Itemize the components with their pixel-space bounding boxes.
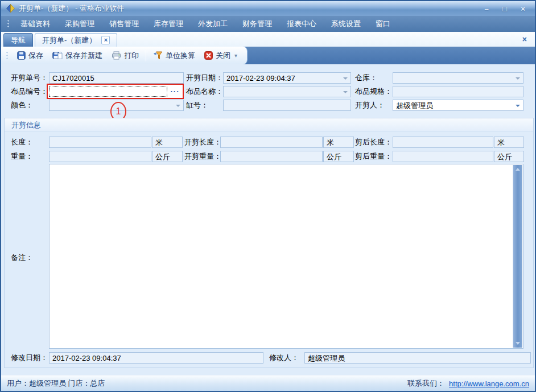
tab-strip: 导航 开剪单-（新建） × ×: [1, 32, 535, 47]
menu-item-window[interactable]: 窗口: [368, 16, 398, 32]
modify-date-label: 修改日期：: [11, 352, 48, 364]
toolbar: 保存 保存并新建 打印: [1, 47, 248, 64]
form-area: 开剪单号： CJ17020015 开剪日期： 2017-02-23 09:04:…: [1, 64, 535, 376]
status-bar: 用户：超级管理员 门店：总店 联系我们： http://www.lange.co…: [1, 376, 535, 391]
warehouse-label: 仓库：: [355, 72, 377, 84]
chevron-down-icon[interactable]: ▾: [234, 52, 237, 59]
cut-weight-label: 开剪重量：: [184, 151, 221, 162]
vertical-scrollbar[interactable]: [513, 165, 522, 348]
print-icon: [112, 51, 121, 60]
close-form-button[interactable]: 关闭 ▾: [200, 49, 241, 63]
vat-no-field[interactable]: [223, 100, 351, 111]
save-and-new-button[interactable]: 保存并新建: [48, 49, 106, 63]
cut-date-field[interactable]: 2017-02-23 09:04:37: [223, 72, 351, 84]
menu-item-reports[interactable]: 报表中心: [279, 16, 324, 32]
toolbar-row: 保存 保存并新建 打印: [1, 47, 535, 64]
contact-link[interactable]: http://www.lange.com.cn: [449, 379, 529, 388]
menu-item-finance[interactable]: 财务管理: [235, 16, 279, 32]
menu-item-base-data[interactable]: 基础资料: [13, 16, 57, 32]
fabric-spec-label: 布品规格：: [355, 86, 392, 97]
toolbar-grip-icon: [6, 51, 9, 60]
fabric-name-label: 布品名称：: [186, 86, 223, 97]
after-length-unit: 米: [494, 137, 524, 148]
menu-item-inventory[interactable]: 库存管理: [146, 16, 191, 32]
after-length-field[interactable]: [393, 137, 493, 148]
unit-convert-icon: [153, 51, 163, 60]
close-form-label: 关闭: [216, 51, 230, 61]
menu-item-purchase[interactable]: 采购管理: [57, 16, 102, 32]
minimize-button[interactable]: –: [479, 5, 494, 13]
tab-label: 开剪单-（新建）: [42, 35, 96, 46]
after-length-label: 剪后长度：: [355, 137, 392, 148]
scroll-up-icon[interactable]: [516, 168, 520, 171]
status-user-store: 用户：超级管理员 门店：总店: [7, 378, 105, 389]
length-label: 长度：: [11, 137, 33, 148]
after-weight-label: 剪后重量：: [355, 151, 392, 162]
cut-length-field[interactable]: [220, 137, 323, 148]
fabric-no-field-highlighted[interactable]: ···: [47, 84, 184, 99]
cutter-field[interactable]: 超级管理员: [393, 100, 523, 111]
chevron-down-icon[interactable]: [343, 77, 348, 80]
fabric-name-field[interactable]: [223, 86, 351, 97]
remark-label: 备注：: [11, 252, 33, 263]
chevron-down-icon[interactable]: [516, 77, 520, 80]
order-no-field[interactable]: CJ17020015: [49, 72, 184, 84]
toolbar-separator: [146, 50, 146, 61]
weight-field[interactable]: [49, 151, 151, 162]
menu-grip-icon: [7, 19, 10, 28]
modify-date-field[interactable]: 2017-02-23 09:04:37: [49, 352, 263, 364]
remark-textarea[interactable]: [49, 164, 523, 349]
maximize-button[interactable]: □: [497, 5, 512, 13]
tabstrip-close-icon[interactable]: ×: [522, 35, 527, 44]
menu-item-outsourcing[interactable]: 外发加工: [191, 16, 235, 32]
length-field[interactable]: [49, 137, 151, 148]
close-red-icon: [204, 51, 213, 60]
color-label: 颜色：: [11, 100, 33, 111]
save-and-new-label: 保存并新建: [65, 51, 102, 61]
modifier-label: 修改人：: [269, 352, 299, 364]
modifier-field[interactable]: 超级管理员: [304, 352, 531, 364]
cut-length-label: 开剪长度：: [184, 137, 221, 148]
menu-item-sales[interactable]: 销售管理: [102, 16, 146, 32]
save-new-icon: [52, 51, 63, 60]
unit-convert-label: 单位换算: [166, 51, 195, 61]
chevron-down-icon[interactable]: [516, 105, 520, 107]
length-unit: 米: [152, 137, 183, 148]
cut-date-label: 开剪日期：: [186, 72, 223, 84]
cutter-value: 超级管理员: [396, 101, 433, 110]
tab-navigation[interactable]: 导航: [3, 33, 33, 47]
chevron-down-icon[interactable]: [176, 105, 180, 107]
app-icon: [6, 4, 15, 13]
cut-weight-unit: 公斤: [323, 151, 354, 162]
cut-weight-field[interactable]: [220, 151, 323, 162]
chevron-down-icon[interactable]: [343, 91, 348, 93]
cut-info-header: 开剪信息: [4, 118, 534, 131]
weight-unit: 公斤: [152, 151, 183, 162]
vat-no-label: 缸号：: [186, 100, 208, 111]
unit-convert-button[interactable]: 单位换算: [149, 49, 199, 63]
scroll-down-icon[interactable]: [516, 342, 520, 345]
tab-cut-order[interactable]: 开剪单-（新建） ×: [35, 33, 117, 47]
contact-label: 联系我们：: [407, 378, 444, 389]
app-window: 开剪单-（新建） - 蓝格布业软件 – □ × 基础资料 采购管理 销售管理 库…: [0, 0, 536, 392]
cutter-label: 开剪人：: [355, 100, 385, 111]
fabric-spec-field[interactable]: [393, 86, 523, 97]
save-button[interactable]: 保存: [13, 49, 47, 63]
browse-button[interactable]: ···: [167, 86, 183, 97]
fabric-no-input[interactable]: [49, 86, 167, 97]
close-button[interactable]: ×: [516, 5, 530, 13]
print-button[interactable]: 打印: [108, 49, 143, 63]
warehouse-field[interactable]: [393, 72, 523, 84]
weight-label: 重量：: [11, 151, 33, 162]
print-label: 打印: [124, 51, 139, 61]
title-bar: 开剪单-（新建） - 蓝格布业软件 – □ ×: [1, 1, 535, 16]
fabric-no-label: 布品编号：: [11, 86, 48, 97]
cut-date-value: 2017-02-23 09:04:37: [226, 74, 295, 82]
menu-item-settings[interactable]: 系统设置: [324, 16, 368, 32]
order-no-label: 开剪单号：: [11, 72, 48, 84]
window-title: 开剪单-（新建） - 蓝格布业软件: [19, 3, 476, 14]
after-weight-field[interactable]: [393, 151, 493, 162]
tab-close-icon[interactable]: ×: [101, 36, 110, 44]
save-icon: [17, 51, 26, 60]
menu-bar: 基础资料 采购管理 销售管理 库存管理 外发加工 财务管理 报表中心 系统设置 …: [1, 16, 535, 32]
